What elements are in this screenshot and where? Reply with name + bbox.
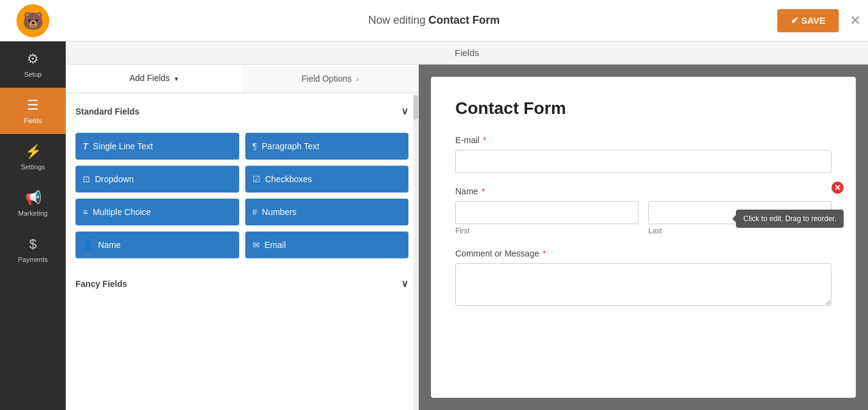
sidebar-label-setup: Setup (24, 71, 42, 78)
comment-field-label: Comment or Message * (455, 249, 831, 258)
add-fields-chevron: ▾ (175, 75, 178, 82)
email-form-field: E-mail * (455, 135, 831, 173)
remove-name-button[interactable]: ✕ (831, 182, 844, 194)
form-preview-title: Contact Form (455, 99, 831, 118)
first-name-input[interactable] (455, 201, 639, 224)
bear-logo: 🐻 (16, 4, 49, 37)
scroll-track[interactable] (413, 95, 418, 410)
fancy-fields-section-header[interactable]: Fancy Fields ∨ (75, 273, 408, 289)
multiple-choice-label: Multiple Choice (93, 207, 151, 217)
settings-icon: ⚡ (25, 144, 41, 160)
first-name-col: First (455, 201, 639, 235)
editing-prefix: Now editing (368, 14, 425, 26)
email-label: Email (265, 240, 286, 250)
numbers-button[interactable]: # Numbers (245, 199, 409, 225)
editing-title: Now editing Contact Form (368, 14, 500, 27)
panels: Add Fields ▾ Field Options › Standard Fi… (66, 65, 868, 410)
scroll-thumb (413, 95, 418, 119)
comment-form-field: Comment or Message * (455, 249, 831, 308)
save-button[interactable]: ✔ SAVE (777, 9, 839, 32)
name-required-star: * (481, 186, 485, 196)
dropdown-button[interactable]: ⊡ Dropdown (75, 166, 239, 193)
multiple-choice-icon: ≡ (83, 207, 88, 217)
gear-icon: ⚙ (27, 51, 39, 67)
name-icon: 👤 (83, 240, 93, 250)
email-required-star: * (483, 135, 486, 145)
logo-area: 🐻 (0, 0, 66, 41)
tab-field-options[interactable]: Field Options › (242, 65, 419, 93)
main-layout: ⚙ Setup ☰ Fields ⚡ Settings 📢 Marketing … (0, 41, 868, 410)
paragraph-text-icon: ¶ (253, 141, 257, 151)
reorder-tooltip: Click to edit. Drag to reorder. (736, 210, 844, 228)
name-field-label: Name * (455, 186, 831, 196)
dropdown-icon: ⊡ (83, 174, 90, 184)
sidebar-item-fields[interactable]: ☰ Fields (0, 88, 66, 134)
dropdown-label: Dropdown (95, 174, 134, 184)
name-form-field: Name * ✕ First (455, 186, 831, 235)
name-label: Name (98, 240, 121, 250)
left-panel: Add Fields ▾ Field Options › Standard Fi… (66, 65, 419, 410)
email-input[interactable] (455, 150, 831, 173)
sidebar-item-setup[interactable]: ⚙ Setup (0, 41, 66, 88)
sidebar-label-marketing: Marketing (18, 210, 47, 217)
single-line-text-label: Single Line Text (93, 141, 153, 151)
paragraph-text-label: Paragraph Text (262, 141, 320, 151)
top-bar: 🐻 Now editing Contact Form ✔ SAVE ✕ (0, 0, 868, 41)
first-name-sublabel: First (455, 227, 639, 235)
panel-scroll[interactable]: Standard Fields ∨ T Single Line Text ¶ P… (66, 93, 418, 410)
fields-grid: T Single Line Text ¶ Paragraph Text ⊡ Dr… (75, 133, 408, 258)
sidebar: ⚙ Setup ☰ Fields ⚡ Settings 📢 Marketing … (0, 41, 66, 410)
numbers-icon: # (253, 207, 257, 217)
checkboxes-label: Checkboxes (265, 174, 312, 184)
paragraph-text-button[interactable]: ¶ Paragraph Text (245, 133, 409, 160)
comment-required-star: * (543, 249, 546, 258)
sidebar-item-settings[interactable]: ⚡ Settings (0, 134, 66, 180)
multiple-choice-button[interactable]: ≡ Multiple Choice (75, 199, 239, 225)
fancy-fields-chevron: ∨ (401, 278, 408, 289)
tab-bar: Add Fields ▾ Field Options › (66, 65, 418, 93)
field-options-chevron: › (357, 76, 359, 83)
fields-header: Fields (66, 41, 868, 65)
close-button[interactable]: ✕ (850, 13, 861, 29)
name-button[interactable]: 👤 Name (75, 232, 239, 258)
email-icon: ✉ (253, 240, 260, 250)
marketing-icon: 📢 (25, 190, 41, 206)
checkboxes-icon: ☑ (253, 174, 261, 184)
email-field-label: E-mail * (455, 135, 831, 145)
standard-fields-title: Standard Fields (75, 107, 139, 116)
sidebar-label-settings: Settings (21, 163, 45, 171)
standard-fields-section-header: Standard Fields ∨ (75, 105, 408, 122)
name-field-wrapper: ✕ First Last (455, 201, 831, 235)
sidebar-item-marketing[interactable]: 📢 Marketing (0, 180, 66, 227)
email-button[interactable]: ✉ Email (245, 232, 409, 258)
fancy-fields-title: Fancy Fields (75, 279, 127, 289)
fields-header-title: Fields (455, 48, 479, 58)
checkboxes-button[interactable]: ☑ Checkboxes (245, 166, 409, 193)
standard-fields-chevron: ∨ (401, 105, 408, 117)
fields-icon: ☰ (27, 97, 39, 113)
right-panel: Contact Form E-mail * Name * (419, 65, 868, 410)
sidebar-label-fields: Fields (24, 117, 41, 124)
sidebar-label-payments: Payments (18, 256, 48, 263)
tab-add-fields[interactable]: Add Fields ▾ (66, 65, 242, 93)
form-name: Contact Form (429, 14, 500, 26)
single-line-text-button[interactable]: T Single Line Text (75, 133, 239, 160)
numbers-label: Numbers (262, 207, 296, 217)
content-area: Fields Add Fields ▾ Field Options › (66, 41, 868, 410)
single-line-text-icon: T (83, 141, 88, 151)
sidebar-item-payments[interactable]: $ Payments (0, 227, 66, 273)
payments-icon: $ (29, 236, 37, 252)
last-name-sublabel: Last (648, 227, 831, 235)
form-preview: Contact Form E-mail * Name * (431, 77, 856, 398)
comment-textarea[interactable] (455, 263, 831, 306)
